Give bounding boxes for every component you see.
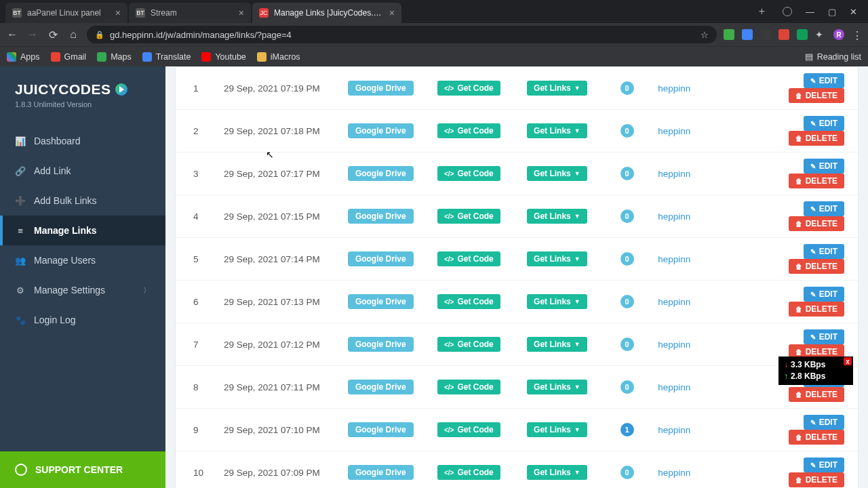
edit-button[interactable]: ✎ EDIT — [804, 159, 844, 174]
get-links-button[interactable]: Get Links ▼ — [527, 166, 587, 181]
bookmark-icon — [7, 52, 16, 62]
get-links-button[interactable]: Get Links ▼ — [527, 380, 587, 394]
delete-button[interactable]: 🗑 DELETE — [789, 302, 844, 317]
get-code-button[interactable]: </> Get Code — [437, 465, 500, 480]
browser-tab[interactable]: BT aaPanel Linux panel × — [5, 3, 127, 23]
sidebar-item-login-log[interactable]: 🐾 Login Log — [0, 305, 165, 335]
get-links-button[interactable]: Get Links ▼ — [527, 422, 587, 437]
user-link[interactable]: heppinn — [658, 468, 690, 478]
ext-icon[interactable] — [724, 29, 734, 40]
sidebar-item-add-link[interactable]: 🔗 Add Link — [0, 156, 165, 186]
minimize-button[interactable]: — — [806, 7, 814, 17]
get-links-button[interactable]: Get Links ▼ — [527, 251, 587, 266]
extensions-icon[interactable]: ✦ — [815, 29, 826, 40]
code-icon: </> — [444, 256, 454, 263]
delete-button[interactable]: 🗑 DELETE — [789, 259, 844, 274]
maximize-button[interactable]: ▢ — [828, 7, 836, 17]
get-links-button[interactable]: Get Links ▼ — [527, 123, 587, 138]
sidebar-item-dashboard[interactable]: 📊 Dashboard — [0, 126, 165, 156]
delete-button[interactable]: 🗑 DELETE — [789, 430, 844, 445]
get-links-button[interactable]: Get Links ▼ — [527, 465, 587, 480]
address-bar[interactable]: 🔒 gd.heppinn.id/jw/admin/manage/links/?p… — [87, 26, 717, 43]
ext-icon[interactable] — [760, 29, 771, 40]
close-button[interactable]: ✕ — [850, 7, 857, 17]
row-date: 29 Sep, 2021 07:18 PM — [217, 110, 341, 152]
get-links-button[interactable]: Get Links ▼ — [527, 294, 587, 309]
delete-button[interactable]: 🗑 DELETE — [789, 88, 844, 103]
tab-close-icon[interactable]: × — [239, 7, 244, 18]
get-code-button[interactable]: </> Get Code — [437, 294, 500, 309]
edit-button[interactable]: ✎ EDIT — [804, 244, 844, 259]
profile-avatar[interactable]: R — [833, 29, 844, 40]
edit-button[interactable]: ✎ EDIT — [804, 329, 844, 344]
user-link[interactable]: heppinn — [658, 382, 690, 392]
sidebar-item-manage-links[interactable]: ≡ Manage Links — [0, 216, 165, 245]
source-badge: Google Drive — [348, 380, 414, 394]
edit-button[interactable]: ✎ EDIT — [804, 287, 844, 302]
trash-icon: 🗑 — [795, 476, 802, 484]
get-code-button[interactable]: </> Get Code — [437, 380, 500, 394]
netwidget-close-icon[interactable]: x — [844, 357, 852, 365]
bookmark-item[interactable]: iMacros — [257, 52, 300, 62]
get-links-button[interactable]: Get Links ▼ — [527, 209, 587, 224]
delete-button[interactable]: 🗑 DELETE — [789, 387, 844, 402]
get-code-button[interactable]: </> Get Code — [437, 81, 500, 96]
reload-button[interactable]: ⟳ — [46, 28, 60, 41]
bookmark-item[interactable]: Gmail — [51, 52, 87, 62]
get-links-button[interactable]: Get Links ▼ — [527, 337, 587, 352]
sidebar-item-add-bulk-links[interactable]: ➕ Add Bulk Links — [0, 186, 165, 216]
bookmark-item[interactable]: Youtube — [201, 52, 245, 62]
source-badge: Google Drive — [348, 81, 414, 96]
user-link[interactable]: heppinn — [658, 126, 690, 136]
sidebar-item-manage-settings[interactable]: ⚙ Manage Settings 〉 — [0, 275, 165, 305]
get-code-button[interactable]: </> Get Code — [437, 166, 500, 181]
account-icon[interactable] — [783, 7, 792, 16]
pencil-icon: ✎ — [810, 77, 816, 85]
browser-tab[interactable]: BT Stream × — [129, 3, 251, 23]
delete-button[interactable]: 🗑 DELETE — [789, 216, 844, 231]
menu-icon[interactable]: ⋮ — [852, 29, 863, 40]
ext-icon[interactable] — [778, 29, 789, 40]
tab-close-icon[interactable]: × — [115, 7, 121, 18]
user-link[interactable]: heppinn — [658, 425, 690, 435]
ext-icon[interactable] — [742, 29, 753, 40]
ext-icon[interactable] — [797, 29, 808, 40]
user-link[interactable]: heppinn — [658, 83, 690, 94]
home-button[interactable]: ⌂ — [66, 28, 80, 41]
delete-button[interactable]: 🗑 DELETE — [789, 472, 844, 487]
get-code-button[interactable]: </> Get Code — [437, 337, 500, 352]
get-links-button[interactable]: Get Links ▼ — [527, 81, 587, 96]
support-center-button[interactable]: SUPPORT CENTER — [0, 451, 165, 488]
browser-tab[interactable]: JC Manage Links |JuicyCodes.Com × — [252, 3, 401, 23]
tab-title: Manage Links |JuicyCodes.Com — [274, 8, 384, 18]
sidebar-item-manage-users[interactable]: 👥 Manage Users — [0, 245, 165, 275]
get-code-button[interactable]: </> Get Code — [437, 209, 500, 224]
user-link[interactable]: heppinn — [658, 211, 690, 222]
user-link[interactable]: heppinn — [658, 297, 690, 307]
bookmark-item[interactable]: Translate — [142, 52, 191, 62]
back-button[interactable]: ← — [5, 28, 19, 41]
user-link[interactable]: heppinn — [658, 254, 690, 264]
tab-close-icon[interactable]: × — [389, 7, 395, 18]
new-tab-button[interactable]: + — [752, 5, 772, 18]
bookmark-star-icon[interactable]: ☆ — [701, 30, 709, 40]
edit-button[interactable]: ✎ EDIT — [804, 415, 844, 430]
edit-button[interactable]: ✎ EDIT — [804, 116, 844, 131]
get-code-button[interactable]: </> Get Code — [437, 251, 500, 266]
user-link[interactable]: heppinn — [658, 169, 690, 179]
delete-button[interactable]: 🗑 DELETE — [789, 131, 844, 146]
edit-button[interactable]: ✎ EDIT — [804, 201, 844, 216]
row-number: 1 — [176, 67, 217, 110]
bookmark-item[interactable]: Apps — [7, 52, 40, 62]
forward-button[interactable]: → — [26, 28, 39, 41]
sidebar-item-label: Dashboard — [34, 136, 81, 146]
get-code-button[interactable]: </> Get Code — [437, 422, 500, 437]
delete-button[interactable]: 🗑 DELETE — [789, 174, 844, 188]
row-number: 4 — [176, 195, 217, 238]
edit-button[interactable]: ✎ EDIT — [804, 73, 844, 88]
reading-list[interactable]: ▤ Reading list — [805, 52, 861, 62]
user-link[interactable]: heppinn — [658, 340, 690, 350]
bookmark-item[interactable]: Maps — [97, 52, 132, 62]
edit-button[interactable]: ✎ EDIT — [804, 458, 844, 472]
get-code-button[interactable]: </> Get Code — [437, 123, 500, 138]
